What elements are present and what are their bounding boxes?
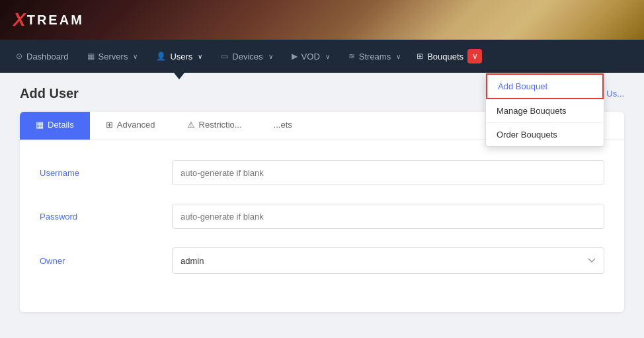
users-icon: 👤 (156, 52, 166, 61)
nav-item-dashboard[interactable]: ⊙ Dashboard (7, 40, 78, 73)
nav-item-vod[interactable]: ▶ VOD ∨ (282, 40, 339, 73)
nav-label-users: Users (170, 52, 192, 62)
dropdown-item-add-bouquet[interactable]: Add Bouquet (486, 73, 604, 99)
nav-triangle (174, 73, 184, 79)
main-nav: ⊙ Dashboard ▦ Servers ∨ 👤 Users ∨ ▭ Devi… (0, 40, 644, 73)
form-body: Username Password Owner admin (20, 140, 624, 312)
password-label: Password (40, 212, 172, 222)
dashboard-icon: ⊙ (16, 52, 22, 61)
logo-text: TREAM (27, 13, 84, 28)
streams-chevron: ∨ (396, 53, 401, 60)
nav-label-bouquets: Bouquets (427, 52, 463, 62)
devices-chevron: ∨ (268, 53, 273, 60)
owner-label: Owner (40, 256, 172, 266)
advanced-tab-label: Advanced (117, 120, 155, 130)
nav-item-devices[interactable]: ▭ Devices ∨ (212, 40, 282, 73)
nav-item-servers[interactable]: ▦ Servers ∨ (78, 40, 147, 73)
restrictions-tab-label: Restrictio... (199, 120, 242, 130)
vod-chevron: ∨ (325, 53, 330, 60)
nav-item-bouquets[interactable]: ⊞ Bouquets ∨ (410, 40, 489, 73)
details-tab-label: Details (48, 120, 74, 130)
tab-details[interactable]: ▦ Details (20, 112, 90, 140)
bouquets-icon: ⊞ (417, 52, 423, 61)
page-title: Add User (20, 86, 79, 101)
password-row: Password (40, 204, 604, 229)
nav-item-streams[interactable]: ≋ Streams ∨ (339, 40, 410, 73)
password-input[interactable] (172, 204, 604, 229)
servers-chevron: ∨ (133, 53, 138, 60)
username-label: Username (40, 168, 172, 178)
nav-label-dashboard: Dashboard (26, 52, 69, 62)
owner-row: Owner admin (40, 247, 604, 274)
nav-label-devices: Devices (232, 52, 262, 62)
vod-icon: ▶ (292, 52, 298, 61)
logo[interactable]: X TREAM (13, 9, 84, 30)
bouquets-dropdown-menu: Add Bouquet Manage Bouquets Order Bouque… (485, 73, 604, 147)
tab-restrictions[interactable]: ⚠ Restrictio... (171, 112, 258, 140)
tab-bouquets[interactable]: ...ets (258, 112, 308, 140)
username-row: Username (40, 160, 604, 185)
nav-label-streams: Streams (359, 52, 391, 62)
bouquets-tab-label: ...ets (274, 120, 292, 130)
nav-label-vod: VOD (302, 52, 320, 62)
users-chevron: ∨ (198, 53, 202, 60)
details-tab-icon: ▦ (36, 120, 44, 130)
username-input[interactable] (172, 160, 604, 185)
advanced-tab-icon: ⊞ (106, 120, 113, 130)
streams-icon: ≋ (348, 52, 355, 61)
nav-label-servers: Servers (99, 52, 128, 62)
dropdown-item-order-bouquets[interactable]: Order Bouquets (486, 123, 604, 146)
devices-icon: ▭ (221, 52, 228, 61)
tab-advanced[interactable]: ⊞ Advanced (90, 112, 171, 140)
dropdown-item-manage-bouquets[interactable]: Manage Bouquets (486, 99, 604, 123)
restrictions-tab-icon: ⚠ (187, 120, 195, 130)
logo-x: X (13, 9, 26, 30)
app-header: X TREAM (0, 0, 644, 40)
servers-icon: ▦ (87, 52, 95, 61)
bouquets-dropdown-button[interactable]: ∨ (467, 49, 482, 63)
owner-select[interactable]: admin (172, 247, 604, 274)
nav-item-users[interactable]: 👤 Users ∨ (147, 40, 212, 73)
bouquets-chevron-icon: ∨ (472, 52, 478, 61)
